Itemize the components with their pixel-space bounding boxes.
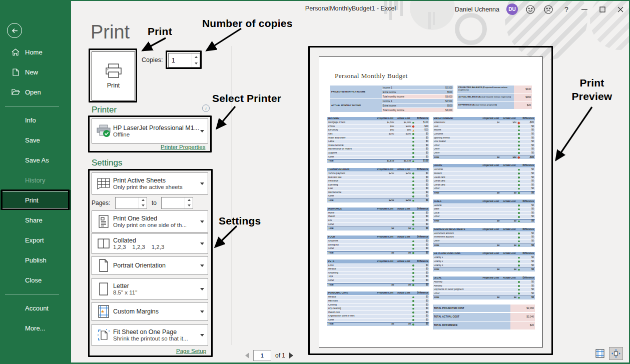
back-button[interactable] — [7, 23, 22, 38]
chevron-down-icon — [199, 220, 206, 223]
green-indicator-icon — [412, 268, 414, 270]
page-setup-link[interactable]: Page Setup — [176, 348, 206, 354]
budget-section: LEGALProjected CostActual CostDifference… — [433, 276, 535, 300]
sidebar-item-more[interactable]: More... — [0, 318, 71, 338]
green-indicator-icon — [412, 319, 414, 321]
budget-row: Total$0$0$0 — [433, 219, 535, 224]
green-indicator-icon — [518, 257, 520, 259]
printer-dropdown[interactable]: HP LaserJet Professional M1... Offline — [92, 118, 208, 144]
budget-row: Credit card$0 — [433, 180, 535, 184]
green-indicator-icon — [518, 289, 520, 291]
chevron-down-icon — [199, 182, 206, 185]
sidebar-item-print[interactable]: Print — [0, 190, 71, 210]
green-indicator-icon — [412, 220, 414, 222]
margins-dropdown[interactable]: ★ Custom Margins — [92, 302, 208, 321]
pages-to-label: to — [152, 200, 157, 206]
green-indicator-icon — [518, 240, 520, 242]
sidebar-item-publish[interactable]: Publish — [0, 250, 71, 270]
budget-row: Toys$0 — [327, 275, 429, 279]
print-button[interactable]: Print — [92, 52, 135, 100]
page-number-input[interactable] — [253, 350, 271, 361]
sidebar-item-close[interactable]: Close — [0, 270, 71, 290]
collation-dropdown[interactable]: Collated 1,2,3 1,2,3 1,2,3 — [92, 233, 208, 254]
green-indicator-icon — [518, 176, 520, 178]
collated-icon — [94, 238, 113, 250]
green-indicator-icon — [412, 312, 414, 314]
budget-row: Alimony$0 — [433, 284, 535, 288]
green-indicator-icon — [518, 232, 520, 234]
help-icon[interactable]: ? — [561, 4, 572, 15]
minimize-button[interactable] — [579, 4, 590, 15]
feedback-frown-icon[interactable] — [543, 4, 554, 15]
green-indicator-icon — [518, 269, 520, 271]
red-indicator-icon — [412, 126, 414, 128]
budget-row: Waste removal$0 — [327, 144, 429, 148]
paper-size-dropdown[interactable]: Letter 8.5" x 11" — [92, 278, 208, 300]
printer-properties-link[interactable]: Printer Properties — [161, 144, 205, 150]
previous-page-icon[interactable] — [245, 352, 249, 358]
sidebar-item-info[interactable]: Info — [0, 110, 71, 130]
sidebar-item-share[interactable]: Share — [0, 210, 71, 230]
budget-row: Dining out$0 — [327, 244, 429, 248]
duplex-dropdown[interactable]: Print One Sided Only print on one side o… — [92, 210, 208, 232]
green-indicator-icon — [412, 196, 414, 198]
pages-from-input[interactable] — [116, 198, 139, 208]
pages-from-stepper[interactable] — [115, 197, 147, 209]
budget-row: Other$0 — [327, 247, 429, 251]
next-page-icon[interactable] — [289, 352, 293, 358]
pages-to-stepper[interactable] — [161, 197, 193, 209]
budget-section-header: TAXESProjected CostActual CostDifference — [433, 200, 535, 204]
budget-section: FOODProjected CostActual CostDifferenceG… — [327, 236, 429, 256]
green-indicator-icon — [412, 228, 414, 230]
portrait-icon — [94, 258, 113, 272]
copies-spinner[interactable] — [192, 54, 200, 67]
budget-section-header: SAVINGS OR INVESTMENTSProjected CostActu… — [433, 228, 535, 232]
printer-name: HP LaserJet Professional M1... — [113, 124, 199, 132]
show-margins-toggle[interactable] — [594, 348, 605, 359]
green-indicator-icon — [412, 192, 414, 194]
green-indicator-icon — [412, 308, 414, 310]
pages-to-input[interactable] — [162, 198, 185, 208]
sidebar-item-save-as[interactable]: Save As — [0, 150, 71, 170]
budget-row: Medical$0 — [327, 268, 429, 272]
preview-page-nav: of 1 — [245, 350, 293, 361]
chevron-down-icon — [199, 310, 206, 313]
green-indicator-icon — [518, 152, 520, 154]
budget-row: Credit card$0 — [433, 176, 535, 180]
copies-input[interactable] — [169, 54, 192, 67]
copies-stepper[interactable] — [168, 53, 200, 68]
sidebar-item-open[interactable]: Open — [0, 82, 71, 102]
avatar[interactable]: DU — [506, 4, 518, 15]
budget-row: Charity 3$0 — [433, 264, 535, 268]
close-button[interactable] — [615, 4, 626, 15]
scaling-dropdown[interactable]: Fit Sheet on One Page Shrink the printou… — [92, 324, 208, 346]
grand-total-row: TOTAL ACTUAL COST$2,040 — [433, 313, 535, 321]
pane-divider — [231, 46, 232, 345]
sidebar-item-new[interactable]: New — [0, 62, 71, 82]
feedback-smile-icon[interactable] — [525, 4, 536, 15]
budget-row: Total$0$80-$80 — [433, 156, 535, 160]
red-indicator-icon — [517, 122, 520, 124]
budget-row: Video/DVD$0$80-$80 — [433, 121, 535, 125]
sidebar-item-account[interactable]: Account — [0, 298, 71, 318]
budget-section: ENTERTAINMENTProjected CostActual CostDi… — [433, 117, 535, 160]
sidebar-item-export[interactable]: Export — [0, 230, 71, 250]
green-indicator-icon — [412, 296, 414, 298]
annotation-printer-label: Select Printer — [212, 92, 281, 105]
budget-row: Water and sewer$0 — [327, 136, 429, 140]
info-icon[interactable]: i — [202, 104, 210, 112]
green-indicator-icon — [412, 284, 414, 286]
sidebar-item-home[interactable]: Home — [0, 42, 71, 62]
print-what-dropdown[interactable]: Print Active Sheets Only print the activ… — [92, 172, 208, 194]
open-folder-icon — [11, 88, 20, 96]
maximize-button[interactable] — [597, 4, 608, 15]
budget-row: Other$0 — [327, 318, 429, 322]
sidebar-item-save[interactable]: Save — [0, 130, 71, 150]
budget-section: HOUSINGProjected CostActual CostDifferen… — [327, 117, 429, 164]
green-indicator-icon — [518, 212, 520, 214]
zoom-to-page-toggle[interactable] — [609, 347, 623, 360]
green-indicator-icon — [412, 272, 414, 274]
orientation-dropdown[interactable]: Portrait Orientation — [92, 256, 208, 275]
grand-total-row: TOTAL DIFFERENCE$20 — [433, 322, 535, 330]
green-indicator-icon — [412, 133, 414, 135]
